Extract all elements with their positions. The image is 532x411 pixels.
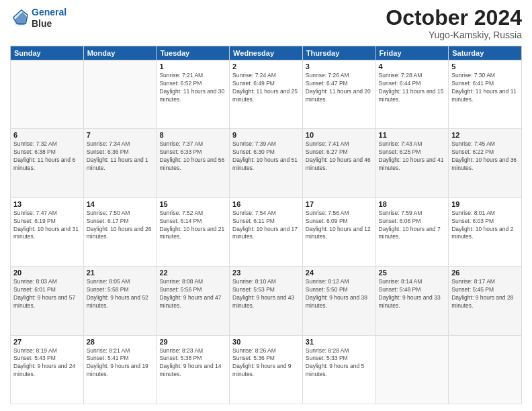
calendar-cell: 11Sunrise: 7:43 AM Sunset: 6:25 PM Dayli… — [375, 129, 449, 197]
day-info: Sunrise: 7:28 AM Sunset: 6:44 PM Dayligh… — [379, 72, 446, 104]
calendar-header-sunday: Sunday — [11, 46, 84, 60]
day-number: 5 — [451, 62, 519, 71]
calendar-cell: 29Sunrise: 8:23 AM Sunset: 5:38 PM Dayli… — [157, 335, 230, 404]
day-info: Sunrise: 7:37 AM Sunset: 6:33 PM Dayligh… — [159, 140, 226, 173]
day-number: 14 — [87, 200, 154, 208]
calendar-cell: 27Sunrise: 8:19 AM Sunset: 5:43 PM Dayli… — [11, 335, 84, 404]
calendar-cell: 14Sunrise: 7:50 AM Sunset: 6:17 PM Dayli… — [83, 197, 157, 266]
calendar-week-row: 13Sunrise: 7:47 AM Sunset: 6:19 PM Dayli… — [11, 197, 522, 266]
calendar-cell: 8Sunrise: 7:37 AM Sunset: 6:33 PM Daylig… — [157, 129, 230, 197]
day-info: Sunrise: 8:10 AM Sunset: 5:53 PM Dayligh… — [232, 278, 300, 310]
calendar-cell: 16Sunrise: 7:54 AM Sunset: 6:11 PM Dayli… — [230, 197, 303, 266]
calendar-cell: 10Sunrise: 7:41 AM Sunset: 6:27 PM Dayli… — [302, 129, 375, 197]
day-info: Sunrise: 7:52 AM Sunset: 6:14 PM Dayligh… — [159, 210, 226, 242]
day-info: Sunrise: 8:21 AM Sunset: 5:41 PM Dayligh… — [87, 347, 154, 379]
day-info: Sunrise: 7:21 AM Sunset: 6:52 PM Dayligh… — [159, 72, 226, 104]
day-info: Sunrise: 8:03 AM Sunset: 6:01 PM Dayligh… — [13, 278, 81, 310]
day-info: Sunrise: 8:01 AM Sunset: 6:03 PM Dayligh… — [451, 210, 519, 242]
calendar-header-monday: Monday — [83, 46, 157, 60]
calendar-cell: 23Sunrise: 8:10 AM Sunset: 5:53 PM Dayli… — [230, 267, 303, 335]
logo-icon — [10, 9, 29, 28]
calendar-cell: 22Sunrise: 8:08 AM Sunset: 5:56 PM Dayli… — [157, 267, 230, 335]
calendar-header-tuesday: Tuesday — [157, 46, 230, 60]
day-number: 26 — [451, 269, 519, 277]
day-number: 31 — [306, 338, 373, 346]
day-number: 9 — [232, 131, 300, 139]
calendar-cell: 2Sunrise: 7:24 AM Sunset: 6:49 PM Daylig… — [230, 60, 303, 129]
logo-text: General Blue — [32, 7, 66, 30]
calendar-cell: 17Sunrise: 7:56 AM Sunset: 6:09 PM Dayli… — [302, 197, 375, 266]
day-number: 1 — [159, 62, 226, 71]
calendar-cell: 18Sunrise: 7:59 AM Sunset: 6:06 PM Dayli… — [375, 197, 449, 266]
header: General Blue October 2024 Yugo-Kamskiy, … — [10, 7, 522, 40]
calendar-cell — [449, 335, 522, 404]
day-info: Sunrise: 7:59 AM Sunset: 6:06 PM Dayligh… — [379, 210, 446, 242]
calendar-cell: 15Sunrise: 7:52 AM Sunset: 6:14 PM Dayli… — [157, 197, 230, 266]
day-number: 25 — [379, 269, 446, 277]
calendar-cell: 7Sunrise: 7:34 AM Sunset: 6:36 PM Daylig… — [83, 129, 157, 197]
day-number: 15 — [159, 200, 226, 208]
calendar-cell: 1Sunrise: 7:21 AM Sunset: 6:52 PM Daylig… — [157, 60, 230, 129]
calendar-cell: 24Sunrise: 8:12 AM Sunset: 5:50 PM Dayli… — [302, 267, 375, 335]
day-number: 13 — [13, 200, 81, 208]
day-info: Sunrise: 8:05 AM Sunset: 5:58 PM Dayligh… — [87, 278, 154, 310]
day-number: 2 — [232, 62, 300, 71]
day-info: Sunrise: 7:39 AM Sunset: 6:30 PM Dayligh… — [232, 140, 300, 173]
day-number: 12 — [451, 131, 519, 139]
day-number: 8 — [159, 131, 226, 139]
calendar-week-row: 27Sunrise: 8:19 AM Sunset: 5:43 PM Dayli… — [11, 335, 522, 404]
day-number: 6 — [13, 131, 81, 139]
day-number: 22 — [159, 269, 226, 277]
day-info: Sunrise: 8:26 AM Sunset: 5:36 PM Dayligh… — [232, 347, 300, 379]
day-number: 29 — [159, 338, 226, 346]
day-number: 10 — [306, 131, 373, 139]
calendar-cell: 31Sunrise: 8:28 AM Sunset: 5:33 PM Dayli… — [302, 335, 375, 404]
day-info: Sunrise: 8:28 AM Sunset: 5:33 PM Dayligh… — [306, 347, 373, 379]
day-number: 3 — [306, 62, 373, 71]
calendar-cell: 13Sunrise: 7:47 AM Sunset: 6:19 PM Dayli… — [11, 197, 84, 266]
calendar-cell: 28Sunrise: 8:21 AM Sunset: 5:41 PM Dayli… — [83, 335, 157, 404]
day-info: Sunrise: 7:32 AM Sunset: 6:38 PM Dayligh… — [13, 140, 81, 173]
day-info: Sunrise: 7:56 AM Sunset: 6:09 PM Dayligh… — [306, 210, 373, 242]
calendar-cell: 30Sunrise: 8:26 AM Sunset: 5:36 PM Dayli… — [230, 335, 303, 404]
day-number: 27 — [13, 338, 81, 346]
day-info: Sunrise: 7:45 AM Sunset: 6:22 PM Dayligh… — [451, 140, 519, 173]
calendar-cell: 5Sunrise: 7:30 AM Sunset: 6:41 PM Daylig… — [449, 60, 522, 129]
calendar-cell — [83, 60, 157, 129]
title-block: October 2024 Yugo-Kamskiy, Russia — [386, 7, 522, 40]
day-info: Sunrise: 8:14 AM Sunset: 5:48 PM Dayligh… — [379, 278, 446, 310]
calendar-week-row: 1Sunrise: 7:21 AM Sunset: 6:52 PM Daylig… — [11, 60, 522, 129]
day-info: Sunrise: 8:19 AM Sunset: 5:43 PM Dayligh… — [13, 347, 81, 379]
day-info: Sunrise: 7:47 AM Sunset: 6:19 PM Dayligh… — [13, 210, 81, 242]
month-title: October 2024 — [386, 7, 522, 28]
calendar-week-row: 20Sunrise: 8:03 AM Sunset: 6:01 PM Dayli… — [11, 267, 522, 335]
logo: General Blue — [10, 7, 66, 30]
day-info: Sunrise: 7:30 AM Sunset: 6:41 PM Dayligh… — [451, 72, 519, 104]
page: General Blue October 2024 Yugo-Kamskiy, … — [0, 0, 532, 411]
calendar-header-friday: Friday — [375, 46, 449, 60]
calendar-header-wednesday: Wednesday — [230, 46, 303, 60]
calendar-cell: 20Sunrise: 8:03 AM Sunset: 6:01 PM Dayli… — [11, 267, 84, 335]
day-info: Sunrise: 7:24 AM Sunset: 6:49 PM Dayligh… — [232, 72, 300, 104]
calendar-cell: 26Sunrise: 8:17 AM Sunset: 5:45 PM Dayli… — [449, 267, 522, 335]
calendar-cell: 3Sunrise: 7:26 AM Sunset: 6:47 PM Daylig… — [302, 60, 375, 129]
calendar-table: SundayMondayTuesdayWednesdayThursdayFrid… — [10, 46, 522, 404]
day-number: 30 — [232, 338, 300, 346]
day-info: Sunrise: 7:34 AM Sunset: 6:36 PM Dayligh… — [87, 140, 154, 173]
calendar-cell — [375, 335, 449, 404]
logo-line2: Blue — [32, 18, 66, 30]
calendar-cell: 12Sunrise: 7:45 AM Sunset: 6:22 PM Dayli… — [449, 129, 522, 197]
day-info: Sunrise: 8:17 AM Sunset: 5:45 PM Dayligh… — [451, 278, 519, 310]
calendar-cell — [11, 60, 84, 129]
day-number: 17 — [306, 200, 373, 208]
day-info: Sunrise: 7:50 AM Sunset: 6:17 PM Dayligh… — [87, 210, 154, 242]
calendar-header-saturday: Saturday — [449, 46, 522, 60]
day-number: 7 — [87, 131, 154, 139]
day-number: 18 — [379, 200, 446, 208]
day-number: 23 — [232, 269, 300, 277]
calendar-cell: 19Sunrise: 8:01 AM Sunset: 6:03 PM Dayli… — [449, 197, 522, 266]
subtitle: Yugo-Kamskiy, Russia — [386, 30, 522, 40]
calendar-cell: 4Sunrise: 7:28 AM Sunset: 6:44 PM Daylig… — [375, 60, 449, 129]
day-number: 21 — [87, 269, 154, 277]
logo-line1: General — [32, 7, 66, 17]
